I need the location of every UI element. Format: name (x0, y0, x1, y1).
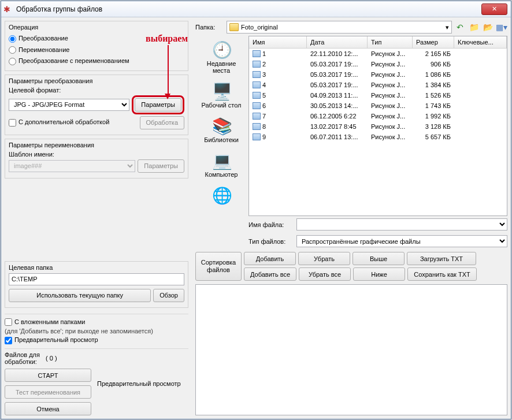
file-row[interactable]: 405.03.2017 19:...Рисунок J...1 384 КБ (249, 80, 507, 90)
sort-button[interactable]: Сортировка файлов (195, 252, 242, 281)
image-file-icon (253, 81, 261, 88)
files-count-label: Файлов для обработки: (5, 351, 40, 365)
radio-rename[interactable]: Переименование (9, 44, 184, 56)
save-txt-button[interactable]: Сохранить как TXT (407, 267, 477, 281)
place-recent[interactable]: 🕘Недавние места (207, 40, 236, 74)
window-title: Обработка группы файлов (16, 5, 481, 13)
operation-group: Операция Преобразование Переименование П… (5, 21, 188, 71)
image-file-icon (253, 71, 261, 78)
rename-title: Параметры переименования (9, 142, 184, 148)
image-file-icon (253, 50, 261, 57)
add-all-button[interactable]: Добавить все (244, 267, 296, 281)
chevron-down-icon: ▾ (446, 24, 449, 31)
radio-convert[interactable]: Преобразование (9, 33, 184, 44)
image-file-icon (253, 133, 261, 140)
place-network[interactable]: 🌐 (212, 186, 231, 205)
use-current-button[interactable]: Использовать текущую папку (9, 289, 151, 302)
folder-combo[interactable]: Foto_original ▾ (227, 21, 452, 34)
processing-button: Обработка (140, 116, 184, 129)
filename-label: Имя файла: (248, 221, 292, 228)
image-file-icon (253, 123, 261, 130)
image-file-icon (253, 92, 261, 99)
folder-icon (229, 23, 239, 31)
close-button[interactable]: ✕ (481, 3, 507, 15)
selected-files-box[interactable] (195, 284, 507, 415)
places-bar: 🕘Недавние места 🖥️Рабочий стол 📚Библиоте… (195, 36, 247, 250)
file-row[interactable]: 305.03.2017 19:...Рисунок J...1 086 КБ (249, 69, 507, 80)
params-button[interactable]: Параметры (135, 98, 181, 111)
preview-check[interactable]: Предварительный просмотр (5, 334, 188, 346)
browse-button[interactable]: Обзор (153, 289, 184, 302)
titlebar: ✱ Обработка группы файлов ✕ (1, 1, 511, 17)
folder-label: Папка: (195, 24, 224, 31)
load-txt-button[interactable]: Загрузить TXT (407, 252, 476, 265)
image-file-icon (253, 102, 261, 109)
file-row[interactable]: 504.09.2013 11:...Рисунок J...1 526 КБ (249, 90, 507, 101)
subfolders-check[interactable]: С вложенными папками (5, 317, 188, 328)
test-rename-button: Тест переименования (5, 385, 91, 399)
image-file-icon (253, 113, 261, 120)
up-icon[interactable]: 📁 (468, 21, 480, 33)
target-format-label: Целевой формат: (9, 87, 184, 94)
target-folder-input[interactable] (9, 273, 184, 285)
rename-group: Параметры переименования Шаблон имени: i… (5, 139, 188, 179)
back-icon[interactable]: ↶ (454, 21, 466, 33)
down-button[interactable]: Ниже (353, 267, 405, 281)
target-folder-title: Целевая папка (9, 264, 184, 271)
convert-group: Параметры преобразования Целевой формат:… (5, 75, 188, 135)
start-button[interactable]: СТАРТ (5, 369, 91, 382)
files-count: ( 0 ) (46, 355, 57, 362)
main-window: ✱ Обработка группы файлов ✕ Операция Пре… (1, 1, 511, 419)
subfolders-hint: (для 'Добавить все'; при выходе не запом… (5, 328, 188, 334)
target-folder-group: Целевая папка Использовать текущую папку… (5, 261, 188, 308)
convert-title: Параметры преобразования (9, 77, 184, 84)
place-libraries[interactable]: 📚Библиотеки (204, 117, 239, 143)
radio-both[interactable]: Преобразование с переименованием (9, 55, 184, 67)
filename-input[interactable] (296, 218, 507, 231)
extra-processing-check[interactable]: С дополнительной обработкой (9, 117, 138, 128)
up-button[interactable]: Выше (353, 252, 405, 265)
operation-title: Операция (9, 24, 184, 31)
place-desktop[interactable]: 🖥️Рабочий стол (201, 82, 241, 109)
file-row[interactable]: 706.12.2005 6:22Рисунок J...1 992 КБ (249, 111, 507, 121)
filetype-label: Тип файлов: (248, 238, 292, 245)
remove-button[interactable]: Убрать (298, 252, 350, 265)
file-header[interactable]: Имя Дата Тип Размер Ключевые... (249, 36, 507, 49)
template-select: image### (9, 160, 135, 172)
file-row[interactable]: 122.11.2010 12:...Рисунок J...2 165 КБ (249, 49, 507, 59)
file-row[interactable]: 630.05.2013 14:...Рисунок J...1 743 КБ (249, 101, 507, 111)
place-computer[interactable]: 💻Компьютер (205, 151, 238, 178)
add-button[interactable]: Добавить (244, 252, 296, 265)
file-row[interactable]: 813.02.2017 8:45Рисунок J...3 128 КБ (249, 121, 507, 132)
cancel-button[interactable]: Отмена (5, 402, 91, 415)
filetype-select[interactable]: Распространённые графические файлы (296, 235, 507, 247)
remove-all-button[interactable]: Убрать все (299, 267, 351, 281)
file-row[interactable]: 205.03.2017 19:...Рисунок J...906 КБ (249, 59, 507, 69)
rename-params-button: Параметры (138, 159, 184, 173)
format-select[interactable]: JPG - JPG/JPEG Format (9, 99, 129, 111)
image-file-icon (253, 61, 261, 68)
view-icon[interactable]: ▦▾ (496, 21, 507, 33)
new-folder-icon[interactable]: 📂 (482, 21, 494, 33)
template-label: Шаблон имени: (9, 151, 184, 158)
preview-label: Предварительный просмотр (97, 380, 181, 387)
file-row[interactable]: 906.07.2011 13:...Рисунок J...5 657 КБ (249, 132, 507, 142)
app-icon: ✱ (3, 5, 13, 14)
file-list[interactable]: Имя Дата Тип Размер Ключевые... 122.11.2… (248, 36, 507, 216)
